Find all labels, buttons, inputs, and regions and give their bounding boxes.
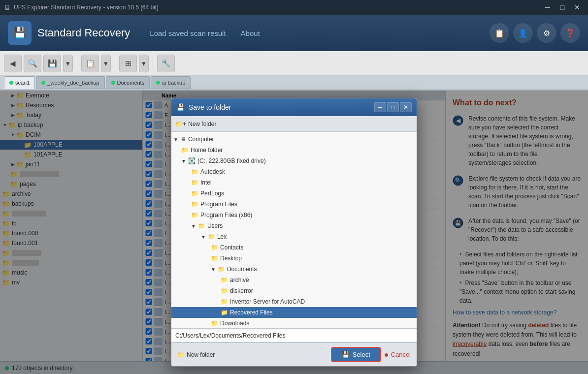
modal-tree-desktop[interactable]: 📁 Desktop	[171, 253, 417, 264]
app-title: UFS Explorer Standard Recovery - version…	[14, 4, 158, 11]
modal-title-left: 💾 Save to folder	[176, 103, 231, 111]
modal-footer-new-folder-button[interactable]: 📁 New folder	[177, 351, 215, 358]
save-dropdown-button[interactable]: ▾	[63, 55, 73, 72]
folder-icon: 📁	[198, 222, 205, 229]
modal-tree-users[interactable]: ▼ 📁 Users	[171, 220, 417, 231]
modal-new-folder-button-top[interactable]: 📁+ New folder	[175, 121, 216, 127]
expand-arrow: ▼	[173, 137, 178, 142]
folder-icon: 📁	[218, 266, 225, 273]
view-button[interactable]: ⊞	[119, 55, 137, 72]
folder-icon: 📁	[208, 233, 215, 240]
tools-button[interactable]: 🔧	[157, 55, 175, 72]
tab-scan1[interactable]: scan1	[4, 76, 35, 89]
title-bar: 🖥 UFS Explorer Standard Recovery - versi…	[0, 0, 588, 15]
folder-icon: 📁	[191, 179, 198, 186]
folder-icon: 📁	[211, 320, 218, 327]
modal-path: C:/Users/Lex/Documents/Recovered Files	[175, 332, 285, 339]
separator-3	[153, 57, 153, 70]
modal-close-button[interactable]: ✕	[400, 102, 412, 112]
folder-icon: 📁	[221, 309, 228, 316]
load-scan-link[interactable]: Load saved scan result	[150, 27, 226, 39]
modal-folder-tree[interactable]: ▼ 🖥 Computer 📁 Home folder ▼ 💽 (C:, 222.…	[171, 132, 417, 329]
tab-ipbackup[interactable]: ip backup	[151, 76, 191, 89]
select-icon: 💾	[342, 351, 350, 358]
modal-path-bar: C:/Users/Lex/Documents/Recovered Files	[171, 329, 417, 343]
minimize-button[interactable]: ─	[541, 2, 555, 13]
tab-documents[interactable]: Documents	[106, 76, 150, 89]
folder-icon: 📁	[221, 298, 228, 305]
header: 💾 Standard Recovery Load saved scan resu…	[0, 15, 588, 51]
expand-arrow: ▼	[191, 223, 196, 229]
title-bar-controls: ─ □ ✕	[541, 2, 584, 13]
folder-icon: 📁	[221, 277, 228, 283]
modal-tree-perflogs[interactable]: 📁 PerfLogs	[171, 188, 417, 199]
cancel-button[interactable]: ● Cancel	[384, 350, 411, 359]
logo: 💾 Standard Recovery	[8, 21, 130, 45]
tab-dot-ipbackup	[156, 81, 160, 85]
modal-title: Save to folder	[189, 103, 231, 111]
modal-tree-recovered-files[interactable]: 📁 Recovered Files	[171, 307, 417, 318]
modal-toolbar: 📁+ New folder	[171, 116, 417, 132]
user-button[interactable]: 👤	[513, 23, 533, 43]
modal-minimize-button[interactable]: ─	[374, 102, 386, 112]
monitor-button[interactable]: 📋	[490, 23, 509, 43]
toolbar: ◀ 🔍 💾 ▾ 📋 ▾ ⊞ ▾ 🔧	[0, 51, 588, 76]
modal-tree-cdrive[interactable]: ▼ 💽 (C:, 222.80GB fixed drive)	[171, 156, 417, 166]
folder-icon: 📁	[191, 190, 198, 197]
new-folder-icon-top: 📁+	[175, 121, 186, 127]
view-dropdown-button[interactable]: ▾	[139, 55, 149, 72]
modal-tree-autodesk[interactable]: 📁 Autodesk	[171, 166, 417, 177]
folder-icon: 📁	[221, 287, 228, 294]
main-layout: ▶ 📁 Evernote ▶ 📁 Resources ▶ 📁 Today ▼ 📁…	[0, 91, 588, 374]
modal-maximize-button[interactable]: □	[387, 102, 399, 112]
save-to-folder-dialog: 💾 Save to folder ─ □ ✕ 📁+ New folder	[171, 98, 417, 367]
modal-overlay: 💾 Save to folder ─ □ ✕ 📁+ New folder	[0, 91, 588, 374]
modal-tree-lex[interactable]: ▼ 📁 Lex	[171, 231, 417, 242]
title-bar-left: 🖥 UFS Explorer Standard Recovery - versi…	[4, 3, 158, 11]
expand-arrow: ▼	[181, 158, 186, 164]
folder-icon: 📁	[181, 147, 189, 154]
settings-button[interactable]: ⚙	[537, 23, 556, 43]
modal-tree-computer[interactable]: ▼ 🖥 Computer	[171, 134, 417, 145]
folder-icon: 📁	[211, 244, 218, 251]
tab-dot-docs	[111, 81, 115, 85]
back-button[interactable]: ◀	[4, 55, 22, 72]
modal-tree-programfilesx86[interactable]: 📁 Program Files (x86)	[171, 210, 417, 220]
tab-weekly[interactable]: _weekly_doc_backup	[36, 76, 104, 89]
folder-icon: 📁	[211, 255, 218, 262]
modal-tree-downloads[interactable]: 📁 Downloads	[171, 318, 417, 329]
modal-tree-inventor[interactable]: 📁 Inventor Server for AutoCAD	[171, 296, 417, 307]
select-button[interactable]: 💾 Select	[332, 348, 380, 361]
modal-tree-contacts[interactable]: 📁 Contacts	[171, 242, 417, 253]
folder-icon: 📁	[191, 212, 198, 218]
tab-dot-weekly	[41, 81, 45, 85]
close-button[interactable]: ✕	[570, 2, 584, 13]
modal-tree-programfiles[interactable]: 📁 Program Files	[171, 199, 417, 210]
scan-button[interactable]: 🔍	[24, 55, 41, 72]
cancel-dot: ●	[384, 350, 389, 359]
modal-tree-archive[interactable]: 📁 archive	[171, 275, 417, 285]
modal-icon: 💾	[176, 103, 185, 111]
save-button[interactable]: 💾	[43, 55, 61, 72]
header-nav: Load saved scan result About	[150, 27, 470, 39]
separator-1	[77, 57, 77, 70]
modal-tree-diskerror[interactable]: 📁 diskerror	[171, 285, 417, 296]
help-button[interactable]: ❓	[560, 23, 580, 43]
computer-icon: 🖥	[180, 136, 186, 143]
app-icon: 🖥	[4, 3, 11, 11]
tabs-bar: scan1 _weekly_doc_backup Documents ip ba…	[0, 76, 588, 91]
modal-tree-home[interactable]: 📁 Home folder	[171, 145, 417, 156]
maximize-button[interactable]: □	[555, 2, 569, 13]
modal-tree-intel[interactable]: 📁 Intel	[171, 177, 417, 188]
folder-icon: 📁	[191, 201, 198, 208]
modal-controls: ─ □ ✕	[374, 102, 412, 112]
list-dropdown-button[interactable]: ▾	[101, 55, 111, 72]
logo-icon: 💾	[8, 21, 32, 45]
modal-tree-documents[interactable]: ▼ 📁 Documents	[171, 264, 417, 275]
about-link[interactable]: About	[241, 27, 260, 39]
folder-icon: 📁	[191, 168, 198, 175]
modal-footer-buttons: 💾 Select ● Cancel	[332, 348, 411, 361]
modal-titlebar: 💾 Save to folder ─ □ ✕	[171, 98, 417, 116]
tab-dot-scan1	[9, 81, 13, 85]
list-button[interactable]: 📋	[81, 55, 99, 72]
